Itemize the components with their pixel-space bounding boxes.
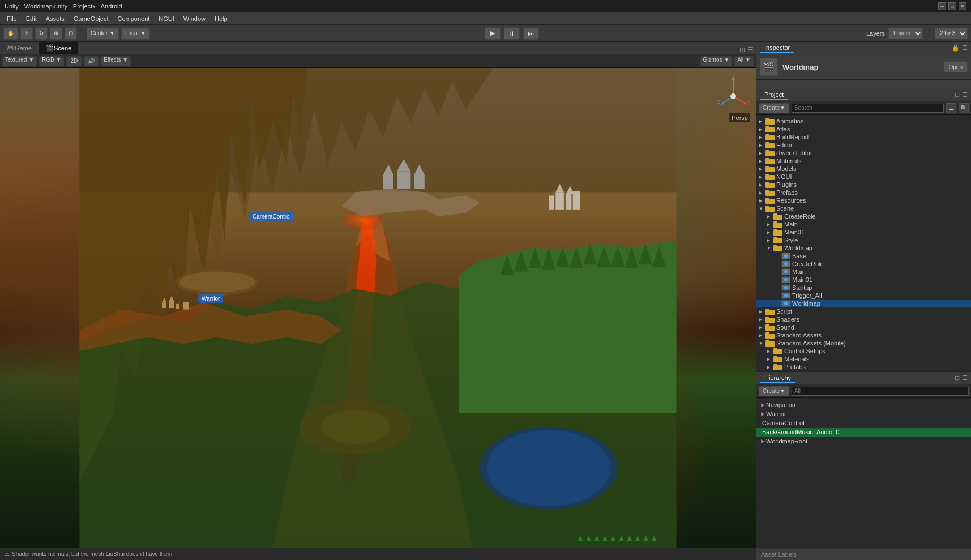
project-tree-item[interactable]: ▶ Main bbox=[756, 220, 971, 228]
project-tree-item[interactable]: ▶ Plugins bbox=[756, 181, 971, 189]
inspector-lock-icon[interactable]: 🔒 bbox=[952, 44, 960, 52]
project-tree-item[interactable]: ▶ Materials bbox=[756, 157, 971, 165]
project-tree-item[interactable]: ▼ Worldmap bbox=[756, 244, 971, 252]
project-tree-item[interactable]: ▶ Atlas bbox=[756, 125, 971, 133]
project-tree-item[interactable]: ▶ iTweenEditor bbox=[756, 149, 971, 157]
effects-select[interactable]: Effects ▼ bbox=[101, 56, 131, 66]
project-tree-item[interactable]: ▶ Script bbox=[756, 307, 971, 315]
hierarchy-collapse-btn[interactable]: ⊟ bbox=[955, 374, 960, 382]
project-tree-item[interactable]: ▶ Prefabs bbox=[756, 189, 971, 196]
audio-btn[interactable]: 🔊 bbox=[84, 56, 99, 66]
center-btn[interactable]: Center ▼ bbox=[87, 27, 119, 40]
project-tree-item[interactable]: ▶ Main01 bbox=[756, 228, 971, 236]
project-tree-item[interactable]: ▶ Editor bbox=[756, 141, 971, 149]
hand-tool-btn[interactable]: ✋ bbox=[3, 27, 18, 40]
layers-select[interactable]: Layers bbox=[888, 28, 923, 39]
maximize-viewport-btn[interactable]: ⊞ bbox=[739, 46, 745, 54]
project-tree-item[interactable]: ▶ NGUI bbox=[756, 173, 971, 181]
menu-window[interactable]: Window bbox=[179, 14, 210, 23]
project-tree-item[interactable]: ▶ CreateRole bbox=[756, 212, 971, 220]
project-collapse-btn[interactable]: ⊟ bbox=[955, 91, 960, 99]
project-create-btn[interactable]: Create ▼ bbox=[759, 103, 789, 113]
project-tree-item[interactable]: ▶ Scripts bbox=[756, 371, 971, 371]
pause-btn[interactable]: ⏸ bbox=[504, 27, 520, 40]
game-tab[interactable]: 🎮 Game bbox=[0, 42, 39, 54]
maximize-btn[interactable]: □ bbox=[948, 2, 956, 10]
project-tree-item[interactable]: CreateRole bbox=[756, 260, 971, 268]
toolbar-right: Layers Layers 2 by 3 bbox=[866, 28, 968, 39]
project-tree-item[interactable]: ▼ Standard Assets (Mobile) bbox=[756, 339, 971, 347]
2d-btn[interactable]: 2D bbox=[66, 56, 82, 66]
project-tree-item[interactable]: ▼ Scene bbox=[756, 204, 971, 212]
hierarchy-item[interactable]: CameraControl bbox=[756, 418, 971, 428]
svg-rect-52 bbox=[765, 151, 775, 156]
menu-help[interactable]: Help bbox=[210, 14, 232, 23]
hierarchy-search-input[interactable] bbox=[792, 387, 969, 396]
project-tree-item[interactable]: ▶ Shaders bbox=[756, 315, 971, 323]
scene-tab[interactable]: 🎬 Scene bbox=[39, 42, 79, 54]
project-search-input[interactable] bbox=[792, 104, 944, 113]
play-btn[interactable]: ▶ bbox=[485, 27, 501, 40]
gizmos-select[interactable]: Gizmos ▼ bbox=[700, 56, 733, 66]
toolbar-separator-2 bbox=[155, 28, 155, 39]
window-controls[interactable]: ─ □ ✕ bbox=[938, 2, 966, 10]
svg-rect-60 bbox=[773, 215, 782, 220]
move-tool-btn[interactable]: ✛ bbox=[20, 27, 33, 40]
viewport-tab-controls: ⊞ ☰ bbox=[737, 46, 756, 54]
hierarchy-item[interactable]: ▶ WorldmapRoot bbox=[756, 437, 971, 446]
hierarchy-tab[interactable]: Hierarchy bbox=[760, 373, 795, 383]
hierarchy-menu-btn[interactable]: ☰ bbox=[962, 374, 968, 382]
viewport-menu-btn[interactable]: ☰ bbox=[747, 46, 754, 54]
project-tree-item[interactable]: ▶ Models bbox=[756, 165, 971, 173]
center-label: Center bbox=[91, 30, 108, 36]
project-tree-item[interactable]: Main bbox=[756, 268, 971, 276]
menu-gameobject[interactable]: GameObject bbox=[69, 14, 113, 23]
all-select[interactable]: All ▼ bbox=[734, 56, 754, 66]
viewport-area: 🎮 Game 🎬 Scene ⊞ ☰ Textured ▼ RGB ▼ 2D bbox=[0, 42, 756, 560]
step-btn[interactable]: ⏭ bbox=[523, 27, 539, 40]
hierarchy-item[interactable]: ▶ Warrior bbox=[756, 409, 971, 418]
hierarchy-create-btn[interactable]: Create ▼ bbox=[759, 386, 789, 396]
project-tree-item[interactable]: ▶ Standard Assets bbox=[756, 331, 971, 339]
menu-edit[interactable]: Edit bbox=[22, 14, 41, 23]
project-tree-item[interactable]: ▶ Style bbox=[756, 236, 971, 244]
minimize-btn[interactable]: ─ bbox=[938, 2, 946, 10]
inspector-tab[interactable]: Inspector bbox=[760, 43, 794, 53]
project-tree-item[interactable]: ▶ Sound bbox=[756, 323, 971, 331]
project-tree-item[interactable]: ▶ Resources bbox=[756, 196, 971, 204]
asset-icon: 🎬 bbox=[760, 58, 778, 76]
rect-tool-btn[interactable]: ⊡ bbox=[65, 27, 77, 40]
menu-assets[interactable]: Assets bbox=[41, 14, 69, 23]
menu-file[interactable]: File bbox=[2, 14, 22, 23]
open-btn[interactable]: Open bbox=[944, 61, 968, 72]
project-find-btn[interactable]: 🔍 bbox=[959, 103, 969, 113]
project-tree-item[interactable]: ▶ Materials bbox=[756, 355, 971, 363]
rgb-select[interactable]: RGB ▼ bbox=[39, 56, 64, 66]
scene-viewport[interactable]: ▲▲▲▲▲▲▲▲▲▲ CameraControl Warrior Persp bbox=[0, 68, 756, 548]
window-title: Unity - Worldmap.unity - Projectx - Andr… bbox=[5, 3, 122, 10]
project-tree-item[interactable]: Startup bbox=[756, 284, 971, 292]
local-btn[interactable]: Local ▼ bbox=[121, 27, 150, 40]
rotate-tool-btn[interactable]: ↻ bbox=[35, 27, 48, 40]
project-filter-btn[interactable]: ☰ bbox=[946, 103, 956, 113]
project-tree-item[interactable]: ▶ Prefabs bbox=[756, 363, 971, 371]
project-tree-item[interactable]: ▶ Control Setups bbox=[756, 347, 971, 355]
scale-tool-btn[interactable]: ⊕ bbox=[50, 27, 62, 40]
hierarchy-item[interactable]: BackGroundMusic_Audio_0 bbox=[756, 428, 971, 437]
layout-select[interactable]: 2 by 3 bbox=[935, 28, 968, 39]
textured-select[interactable]: Textured ▼ bbox=[2, 56, 37, 66]
inspector-menu-icon[interactable]: ☰ bbox=[962, 44, 968, 52]
project-tree-item[interactable]: ▶ BuildReport bbox=[756, 133, 971, 141]
project-tab[interactable]: Project bbox=[760, 90, 788, 100]
project-tree-item[interactable]: Worldmap bbox=[756, 300, 971, 307]
project-tree-item[interactable]: Trigger_All bbox=[756, 292, 971, 300]
close-btn[interactable]: ✕ bbox=[959, 2, 966, 10]
menu-ngui[interactable]: NGUI bbox=[154, 14, 179, 23]
project-tree-item[interactable]: Base bbox=[756, 252, 971, 260]
project-menu-btn[interactable]: ☰ bbox=[962, 91, 968, 99]
menu-component[interactable]: Component bbox=[113, 14, 154, 23]
project-tree-item[interactable]: ▶ Animation bbox=[756, 117, 971, 125]
project-tree-item[interactable]: Main01 bbox=[756, 276, 971, 284]
viewport-tabs: 🎮 Game 🎬 Scene ⊞ ☰ bbox=[0, 42, 756, 54]
hierarchy-item[interactable]: ▶ Navigation bbox=[756, 400, 971, 409]
